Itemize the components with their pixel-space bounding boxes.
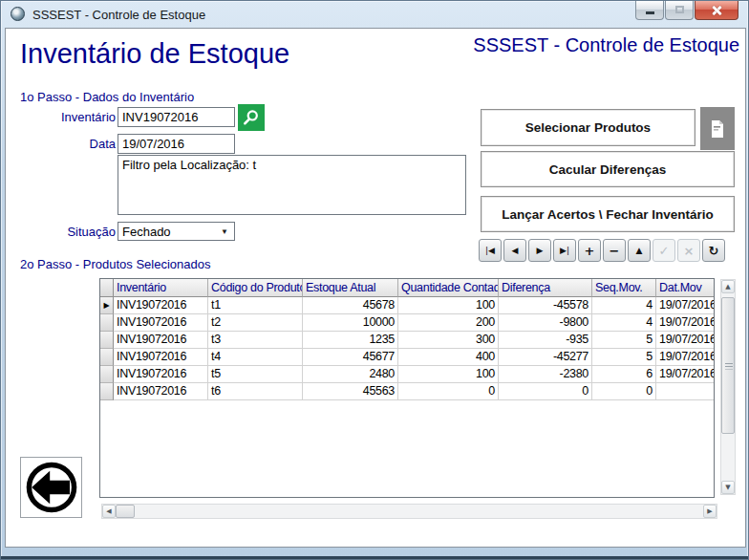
report-button[interactable] <box>700 107 735 150</box>
table-cell[interactable]: 19/07/2016 <box>656 314 715 332</box>
table-cell[interactable]: 100 <box>398 297 499 314</box>
horizontal-scroll-thumb[interactable] <box>116 505 135 518</box>
vertical-scroll-track[interactable] <box>721 293 735 481</box>
grid-column-header[interactable]: Dat.Mov <box>656 279 715 297</box>
table-cell[interactable]: -45277 <box>499 349 592 366</box>
table-cell[interactable]: -9800 <box>499 314 592 332</box>
close-button[interactable] <box>695 1 738 20</box>
grid-column-header[interactable]: Estoque Atual <box>303 279 398 297</box>
nav-last-button[interactable]: ▶| <box>553 239 576 262</box>
table-cell[interactable]: 5 <box>592 349 656 366</box>
scroll-down-icon[interactable]: ▼ <box>721 481 735 494</box>
table-cell[interactable]: 10000 <box>303 314 398 332</box>
table-cell[interactable]: 400 <box>398 349 499 366</box>
table-cell[interactable]: t2 <box>208 314 303 332</box>
products-grid: InventárioCódigo do ProdutoEstoque Atual… <box>99 278 715 498</box>
row-indicator-cell <box>100 332 114 349</box>
table-cell[interactable]: 1235 <box>303 332 398 349</box>
lancar-acertos-button[interactable]: Lançar Acertos \ Fechar Inventário <box>481 196 735 232</box>
table-cell[interactable]: INV19072016 <box>114 366 208 383</box>
grid-column-header[interactable]: Seq.Mov. <box>592 279 656 297</box>
title-bar[interactable]: SSSEST - Controle de Estoque <box>1 1 748 28</box>
situacao-label: Situação <box>20 225 116 239</box>
table-row[interactable]: INV19072016t445677400-45277519/07/2016 <box>100 349 714 366</box>
table-cell[interactable]: -935 <box>499 332 592 349</box>
scroll-left-icon[interactable]: ◀ <box>102 505 116 518</box>
vertical-scroll-thumb[interactable] <box>721 297 735 434</box>
maximize-button[interactable] <box>665 1 694 20</box>
table-cell[interactable]: 4 <box>592 297 656 314</box>
table-row[interactable]: INV19072016t645563000 <box>100 383 714 400</box>
table-cell[interactable]: INV19072016 <box>114 349 208 366</box>
minimize-button[interactable] <box>635 1 664 20</box>
table-cell[interactable]: 0 <box>499 383 592 400</box>
table-cell[interactable]: 4 <box>592 314 656 332</box>
maximize-icon <box>675 6 684 13</box>
table-cell[interactable]: 6 <box>592 366 656 383</box>
table-cell[interactable] <box>656 383 715 400</box>
grid-column-header[interactable]: Inventário <box>114 279 208 297</box>
table-cell[interactable]: 0 <box>592 383 656 400</box>
scroll-up-icon[interactable]: ▲ <box>721 280 735 293</box>
grid-vertical-scrollbar[interactable]: ▲ ▼ <box>720 279 736 495</box>
table-cell[interactable]: 45563 <box>303 383 398 400</box>
app-icon <box>11 7 25 21</box>
db-navigator: |◀◀▶▶|+−▲✓×↻ <box>479 239 725 262</box>
chevron-down-icon: ▼ <box>221 227 228 236</box>
document-icon <box>710 119 725 139</box>
table-cell[interactable]: INV19072016 <box>114 332 208 349</box>
search-button[interactable] <box>238 104 265 131</box>
nav-edit-button[interactable]: ▲ <box>628 239 651 262</box>
horizontal-scroll-track[interactable] <box>116 505 703 518</box>
table-row[interactable]: INV19072016t52480100-2380619/07/2016 <box>100 366 714 383</box>
nav-first-button[interactable]: |◀ <box>479 239 502 262</box>
grid-header: InventárioCódigo do ProdutoEstoque Atual… <box>100 279 714 297</box>
table-cell[interactable]: 19/07/2016 <box>656 332 715 349</box>
table-cell[interactable]: -45578 <box>499 297 592 314</box>
table-cell[interactable]: t4 <box>208 349 303 366</box>
table-cell[interactable]: INV19072016 <box>114 383 208 400</box>
table-cell[interactable]: t3 <box>208 332 303 349</box>
table-row[interactable]: INV19072016t210000200-9800419/07/2016 <box>100 314 714 332</box>
table-cell[interactable]: 45677 <box>303 349 398 366</box>
close-icon <box>711 5 722 16</box>
calcular-diferencas-button[interactable]: Cacular Diferenças <box>481 151 735 187</box>
table-cell[interactable]: 5 <box>592 332 656 349</box>
row-indicator-cell <box>100 314 114 332</box>
grid-horizontal-scrollbar[interactable]: ◀ ▶ <box>101 504 717 519</box>
data-input[interactable] <box>118 134 235 154</box>
grid-column-header[interactable]: Diferença <box>499 279 592 297</box>
table-cell[interactable]: t6 <box>208 383 303 400</box>
table-cell[interactable]: 100 <box>398 366 499 383</box>
nav-prior-button[interactable]: ◀ <box>503 239 526 262</box>
back-button[interactable] <box>20 457 82 518</box>
table-cell[interactable]: 19/07/2016 <box>656 297 715 314</box>
table-cell[interactable]: 200 <box>398 314 499 332</box>
nav-next-button[interactable]: ▶ <box>528 239 551 262</box>
inventario-input[interactable] <box>118 107 235 127</box>
table-row[interactable]: INV19072016t31235300-935519/07/2016 <box>100 332 714 349</box>
table-cell[interactable]: 2480 <box>303 366 398 383</box>
table-cell[interactable]: 19/07/2016 <box>656 366 715 383</box>
table-cell[interactable]: t5 <box>208 366 303 383</box>
table-cell[interactable]: 300 <box>398 332 499 349</box>
table-row[interactable]: ▶INV19072016t145678100-45578419/07/2016 <box>100 297 714 314</box>
selecionar-produtos-button[interactable]: Selecionar Produtos <box>481 109 696 146</box>
scroll-right-icon[interactable]: ▶ <box>703 505 717 518</box>
table-cell[interactable]: -2380 <box>499 366 592 383</box>
table-cell[interactable]: 45678 <box>303 297 398 314</box>
grid-corner-cell <box>100 279 114 297</box>
nav-delete-button[interactable]: − <box>603 239 626 262</box>
table-cell[interactable]: 19/07/2016 <box>656 349 715 366</box>
table-cell[interactable]: t1 <box>208 297 303 314</box>
grid-column-header[interactable]: Quantidade Contada <box>398 279 499 297</box>
table-cell[interactable]: 0 <box>398 383 499 400</box>
form-client-area: Inventário de Estoque SSSEST - Controle … <box>5 28 746 548</box>
nav-refresh-button[interactable]: ↻ <box>702 239 725 262</box>
nav-insert-button[interactable]: + <box>578 239 601 262</box>
grid-column-header[interactable]: Código do Produto <box>208 279 303 297</box>
table-cell[interactable]: INV19072016 <box>114 297 208 314</box>
table-cell[interactable]: INV19072016 <box>114 314 208 332</box>
filtro-memo[interactable]: Filtro pela Localização: t <box>118 155 466 215</box>
situacao-select[interactable]: Fechado ▼ <box>118 222 235 241</box>
